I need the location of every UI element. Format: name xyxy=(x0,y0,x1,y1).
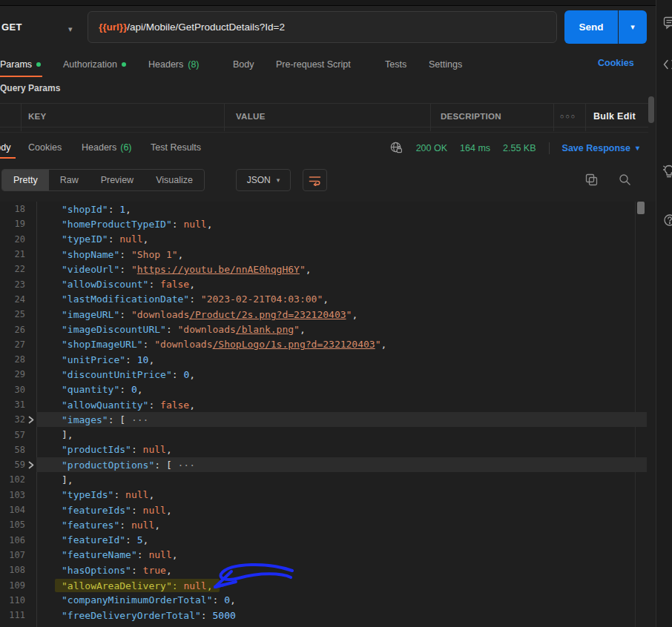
column-header-value: VALUE xyxy=(236,104,266,128)
response-scrollbar-thumb[interactable] xyxy=(637,202,645,214)
code-snippet-icon[interactable] xyxy=(663,59,672,73)
code-text: "allowQuantity": false, xyxy=(36,399,195,411)
format-dropdown[interactable]: JSON ▾ xyxy=(236,169,291,191)
code-text: "lastModificationDate": "2023-02-21T04:0… xyxy=(36,293,329,305)
code-text: "typeID": null, xyxy=(36,233,148,245)
documentation-icon[interactable] xyxy=(663,16,672,33)
response-tab-cookies[interactable]: Cookies xyxy=(28,137,62,158)
tab-label: Settings xyxy=(429,59,462,70)
tab-label: Pre-request Script xyxy=(276,59,351,70)
line-number: 103 xyxy=(0,490,25,500)
tab-headers[interactable]: Headers(8) xyxy=(148,53,200,76)
code-text: "shopId": 1, xyxy=(36,204,131,215)
fold-chevron-icon xyxy=(27,461,35,469)
send-dropdown-button[interactable]: ▾ xyxy=(619,10,647,44)
tab-params[interactable]: Params xyxy=(0,53,41,76)
code-text: "allowDiscount": false, xyxy=(36,279,195,290)
code-line: 25"imageURL": "downloads/Product/2s.png?… xyxy=(0,307,656,322)
view-raw[interactable]: Raw xyxy=(49,170,90,190)
code-text: "imageDiscountURL": "downloads/blank.png… xyxy=(36,324,306,335)
cookies-link[interactable]: Cookies xyxy=(598,58,634,68)
view-preview[interactable]: Preview xyxy=(90,170,145,190)
response-time[interactable]: 164 ms xyxy=(460,143,490,153)
code-text: "typeIds": null, xyxy=(36,489,154,500)
code-line: 108"hasOptions": true, xyxy=(0,563,656,577)
code-text: "featureId": 5, xyxy=(36,534,148,545)
tab-pre-request-script[interactable]: Pre-request Script xyxy=(276,53,351,76)
method-label: GET xyxy=(0,21,22,33)
tab-label: Tests xyxy=(385,59,406,70)
code-line: 28"unitPrice": 10, xyxy=(0,352,656,367)
code-line: 106"featureId": 5, xyxy=(0,533,656,548)
code-text: "shopName": "Shop 1", xyxy=(36,249,183,260)
save-response-button[interactable]: Save Response ▾ xyxy=(562,143,639,153)
status-badge[interactable]: 200 OK xyxy=(416,143,447,153)
right-sidebar xyxy=(656,0,672,627)
scrollbar-thumb[interactable] xyxy=(648,96,654,123)
code-text: "discountUnitPrice": 0, xyxy=(36,369,195,380)
line-number: 102 xyxy=(0,474,25,485)
line-number: 109 xyxy=(0,580,25,591)
send-button[interactable]: Send xyxy=(564,10,618,44)
network-lock-icon xyxy=(389,141,403,155)
bulk-edit-button[interactable]: Bulk Edit xyxy=(593,104,636,128)
search-response-button[interactable] xyxy=(619,173,631,189)
method-selector[interactable]: GET ▾ xyxy=(0,11,87,43)
view-visualize[interactable]: Visualize xyxy=(145,170,204,190)
help-circle-icon[interactable] xyxy=(663,213,672,230)
code-line: 27"shopImageURL": "downloads/ShopLogo/1s… xyxy=(0,337,656,352)
response-tab-headers[interactable]: Headers(6) xyxy=(82,137,132,158)
line-number: 104 xyxy=(0,505,25,515)
code-text: "shopImageURL": "downloads/ShopLogo/1s.p… xyxy=(36,339,386,350)
code-line: 21"shopName": "Shop 1", xyxy=(0,247,656,262)
line-number: 22 xyxy=(0,264,25,274)
lightbulb-icon[interactable] xyxy=(663,165,672,181)
line-number: 59 xyxy=(0,460,25,470)
line-number: 23 xyxy=(0,279,25,290)
tab-authorization[interactable]: Authorization xyxy=(63,53,126,76)
line-number: 31 xyxy=(0,399,25,410)
url-input[interactable]: {{url}}/api/Mobile/GetProductDetails?Id=… xyxy=(88,11,557,43)
copy-response-button[interactable] xyxy=(585,173,598,189)
tab-label: Body xyxy=(0,142,11,153)
code-text: "featureIds": null, xyxy=(36,505,172,516)
response-body-editor[interactable]: 18"shopId": 1,19"homeProductTypeID": nul… xyxy=(0,202,656,627)
code-line: 23"allowDiscount": false, xyxy=(0,276,656,291)
code-line: 26"imageDiscountURL": "downloads/blank.p… xyxy=(0,322,656,336)
tab-body[interactable]: Body xyxy=(233,53,254,76)
view-pretty[interactable]: Pretty xyxy=(2,170,49,190)
response-view-switcher: PrettyRawPreviewVisualize xyxy=(1,169,205,191)
tab-tests[interactable]: Tests xyxy=(385,53,406,76)
code-line: 105"features": null, xyxy=(0,517,656,532)
code-line: 110"companyMinimumOrderTotal": 0, xyxy=(0,593,656,608)
line-number: 32 xyxy=(0,414,25,425)
line-number: 19 xyxy=(0,219,25,229)
wrap-lines-button[interactable] xyxy=(303,169,327,191)
code-line: 32"images": [ ··· xyxy=(0,412,656,427)
code-text: "unitPrice": 10, xyxy=(36,354,154,365)
green-dot-icon xyxy=(36,62,41,67)
response-tabs: BodyCookiesHeaders(6)Test Results xyxy=(0,137,312,159)
response-size[interactable]: 2.55 KB xyxy=(503,143,536,153)
more-options-icon[interactable]: ○○○ xyxy=(560,104,576,128)
fold-chevron-icon xyxy=(27,416,35,424)
line-number: 18 xyxy=(0,204,25,214)
code-line: 22"videoUrl": "https://youtu.be/nnAE0hqg… xyxy=(0,262,656,276)
fold-toggle[interactable] xyxy=(25,461,36,469)
code-text: "allowAreaDelivery": null, xyxy=(36,580,220,591)
line-number: 27 xyxy=(0,339,25,350)
code-text: ], xyxy=(36,429,73,440)
tab-count: (6) xyxy=(120,142,131,153)
code-line: 111"freeDeliveryOrderTotal": 5000 xyxy=(0,608,656,623)
code-text: "freeDeliveryOrderTotal": 5000 xyxy=(36,610,236,621)
response-tab-body[interactable]: Body xyxy=(0,137,11,158)
fold-toggle[interactable] xyxy=(25,416,36,424)
line-number: 108 xyxy=(0,565,25,575)
column-divider xyxy=(553,104,554,131)
section-divider xyxy=(0,132,648,133)
code-line: 29"discountUnitPrice": 0, xyxy=(0,367,656,382)
code-text: ], xyxy=(36,474,73,485)
tab-settings[interactable]: Settings xyxy=(429,53,462,76)
code-line: 18"shopId": 1, xyxy=(0,202,656,216)
response-tab-test-results[interactable]: Test Results xyxy=(151,137,201,158)
